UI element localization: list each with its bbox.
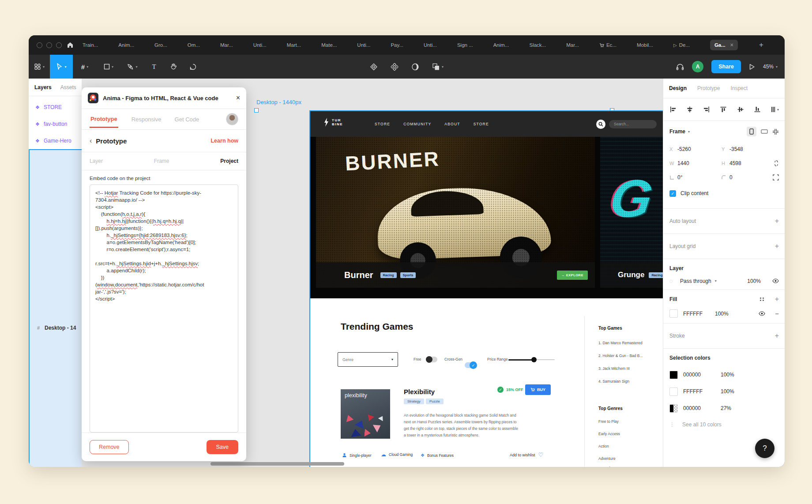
tag-badge[interactable]: Strategy bbox=[404, 399, 424, 404]
edit-object-icon[interactable] bbox=[370, 63, 377, 71]
tab-file[interactable]: Unti... bbox=[357, 42, 370, 48]
frame-name-label[interactable]: Desktop - 1440px bbox=[256, 99, 301, 105]
align-top-icon[interactable] bbox=[720, 106, 727, 113]
component-icon[interactable] bbox=[391, 63, 398, 71]
selection-color-row[interactable]: FFFFFF 100% bbox=[669, 383, 779, 400]
slider-knob[interactable] bbox=[531, 357, 537, 362]
constrain-proportions-icon[interactable] bbox=[774, 160, 779, 167]
tab-file[interactable]: Unti... bbox=[253, 42, 267, 48]
tab-file[interactable]: Mar... bbox=[566, 42, 579, 48]
add-auto-layout-icon[interactable]: + bbox=[775, 217, 779, 225]
layer-opacity-value[interactable]: 100% bbox=[747, 278, 761, 284]
genre-select[interactable]: Genre ▾ bbox=[338, 352, 398, 367]
selection-handle[interactable] bbox=[254, 108, 259, 113]
embed-code-textarea[interactable]: <!-- Hotjar Tracking Code for https://pu… bbox=[90, 184, 238, 433]
share-button[interactable]: Share bbox=[711, 60, 741, 73]
landscape-icon[interactable] bbox=[761, 129, 768, 134]
selection-color-row[interactable]: 000000 27% bbox=[669, 400, 779, 417]
expand-icon[interactable] bbox=[773, 174, 779, 181]
design-frame-desktop-1440[interactable]: TURBINE STORE COMMUNITY ABOUT STORE Sear… bbox=[309, 110, 663, 467]
hand-tool-button[interactable] bbox=[164, 55, 183, 79]
help-button[interactable]: ? bbox=[755, 439, 774, 458]
mask-icon[interactable] bbox=[411, 63, 419, 71]
eye-icon[interactable] bbox=[772, 278, 779, 283]
tab-file[interactable]: Sign ... bbox=[457, 42, 473, 48]
heart-icon[interactable]: ♡ bbox=[538, 452, 544, 457]
align-h-center-icon[interactable] bbox=[686, 106, 693, 113]
tag-badge[interactable]: Puzzle bbox=[426, 399, 444, 404]
tab-file[interactable]: Mart... bbox=[287, 42, 301, 48]
learn-how-link[interactable]: Learn how bbox=[211, 138, 238, 144]
remove-fill-icon[interactable]: − bbox=[775, 310, 779, 317]
top-genres-item[interactable]: Casual bbox=[598, 466, 610, 467]
main-menu-button[interactable]: ▾ bbox=[29, 55, 50, 79]
search-icon[interactable] bbox=[596, 120, 605, 129]
see-all-colors-link[interactable]: ⋮ See all 10 colors bbox=[669, 417, 779, 433]
layer-row-store[interactable]: ❖STORE bbox=[29, 99, 82, 116]
tab-assets[interactable]: Assets bbox=[60, 84, 76, 90]
hero-card-grunge[interactable]: G Grunge Racing bbox=[600, 137, 663, 288]
remove-button[interactable]: Remove bbox=[90, 440, 129, 454]
tab-design[interactable]: Design bbox=[669, 85, 687, 91]
crossgen-toggle[interactable]: ✓ bbox=[465, 362, 476, 368]
tab-file[interactable]: Unti... bbox=[424, 42, 437, 48]
corner-radius-value[interactable]: 0 bbox=[729, 174, 761, 181]
add-stroke-icon[interactable]: + bbox=[775, 332, 779, 340]
nav-item-store[interactable]: STORE bbox=[375, 122, 390, 126]
layer-row-desktop-selected[interactable]: #Desktop - 14 bbox=[29, 149, 82, 467]
buy-button[interactable]: BUY bbox=[525, 384, 551, 395]
close-tab-icon[interactable]: × bbox=[730, 42, 733, 48]
top-games-item[interactable]: 4. Samuraian Sign bbox=[598, 379, 629, 384]
frame-type-dropdown[interactable]: Frame▾ bbox=[669, 128, 690, 135]
pen-tool-button[interactable]: ▾ bbox=[120, 55, 144, 79]
color-swatch[interactable] bbox=[669, 387, 678, 396]
fill-color-swatch[interactable] bbox=[669, 309, 678, 318]
frame-tool-button[interactable]: # ▾ bbox=[73, 55, 97, 79]
tag-badge[interactable]: Racing bbox=[380, 272, 397, 278]
explore-button[interactable]: → EXPLORE bbox=[557, 271, 588, 280]
y-value[interactable]: -3548 bbox=[729, 146, 743, 152]
tab-prototype-panel[interactable]: Prototype bbox=[697, 85, 720, 91]
avatar[interactable]: A bbox=[692, 61, 703, 72]
tab-file[interactable]: Mobil... bbox=[637, 42, 653, 48]
game-title[interactable]: Plexibility bbox=[404, 388, 435, 395]
scope-layer[interactable]: Layer bbox=[90, 158, 103, 164]
color-swatch[interactable] bbox=[669, 371, 678, 379]
tab-file[interactable]: Anim... bbox=[493, 42, 509, 48]
add-fill-icon[interactable]: + bbox=[775, 295, 779, 303]
portrait-icon[interactable] bbox=[747, 127, 756, 136]
tab-file[interactable]: Slack... bbox=[529, 42, 546, 48]
shrink-icon[interactable] bbox=[772, 128, 779, 135]
selection-color-row[interactable]: 000000 100% bbox=[669, 366, 779, 383]
top-genres-item[interactable]: Early Access bbox=[598, 432, 620, 436]
tab-file[interactable]: Pay... bbox=[391, 42, 403, 48]
tab-inspect[interactable]: Inspect bbox=[730, 85, 748, 91]
free-toggle[interactable] bbox=[426, 357, 437, 362]
rotation-value[interactable]: 0° bbox=[677, 174, 722, 181]
present-play-icon[interactable] bbox=[749, 64, 755, 70]
top-games-item[interactable]: 1. Dan Marco Remastered bbox=[598, 341, 643, 345]
tab-file[interactable]: Mate... bbox=[321, 42, 337, 48]
tab-file[interactable]: Train... bbox=[83, 42, 98, 48]
hero-card-burner[interactable]: BURNER Burner Racing Sports → EXPLORE bbox=[316, 137, 595, 288]
x-value[interactable]: -5260 bbox=[677, 146, 722, 152]
top-genres-item[interactable]: Action bbox=[598, 444, 609, 448]
layer-row-game-hero[interactable]: ❖Game-Hero bbox=[29, 132, 82, 149]
close-icon[interactable]: × bbox=[236, 94, 240, 102]
save-button[interactable]: Save bbox=[207, 440, 239, 454]
minimize-window-icon[interactable] bbox=[46, 42, 52, 48]
plugin-user-avatar[interactable] bbox=[226, 113, 238, 125]
tab-layers[interactable]: Layers bbox=[34, 84, 52, 90]
top-games-item[interactable]: 3. Jack Mitchem III bbox=[598, 366, 630, 371]
scope-frame[interactable]: Frame bbox=[154, 158, 169, 164]
fill-opacity-value[interactable]: 100% bbox=[715, 311, 729, 317]
price-range-slider[interactable] bbox=[508, 359, 555, 361]
align-bottom-icon[interactable] bbox=[754, 106, 761, 113]
tab-prototype[interactable]: Prototype bbox=[90, 110, 118, 128]
site-logo[interactable]: TURBINE bbox=[323, 117, 343, 127]
nav-item-store-2[interactable]: STORE bbox=[474, 122, 489, 126]
close-window-icon[interactable] bbox=[37, 42, 42, 48]
nav-item-about[interactable]: ABOUT bbox=[444, 122, 460, 126]
fill-hex-value[interactable]: FFFFFF bbox=[683, 311, 715, 317]
tab-file[interactable]: Om... bbox=[188, 42, 200, 48]
